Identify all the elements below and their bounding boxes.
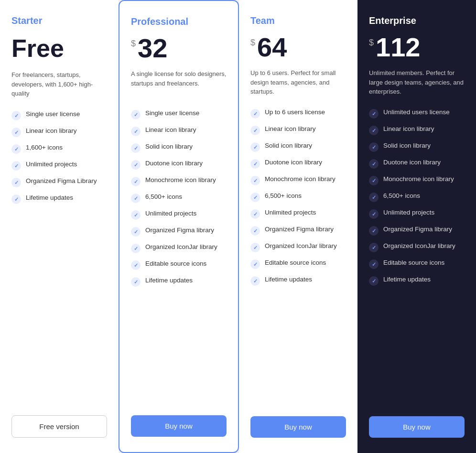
features-list-professional: Single user licenseLinear icon librarySo… xyxy=(131,109,227,400)
feature-label: Solid icon library xyxy=(145,143,193,150)
feature-label: Linear icon library xyxy=(145,126,196,133)
price-value-professional: 32 xyxy=(138,35,167,62)
feature-label: Organized IconJar library xyxy=(265,242,337,249)
list-item: Lifetime updates xyxy=(131,277,227,287)
description-enterprise: Unlimited members. Perfect for large des… xyxy=(369,68,465,97)
list-item: Monochrome icon library xyxy=(369,175,465,185)
pricing-container: Starter Free For freelancers, startups, … xyxy=(0,0,476,453)
feature-label: Linear icon library xyxy=(26,127,77,134)
list-item: Solid icon library xyxy=(131,143,227,153)
check-icon xyxy=(131,110,141,119)
check-icon xyxy=(369,176,379,185)
price-symbol-team: $ xyxy=(250,38,255,48)
check-icon xyxy=(250,243,260,252)
list-item: Solid icon library xyxy=(250,142,346,152)
check-icon xyxy=(250,176,260,185)
check-icon xyxy=(131,277,141,287)
feature-label: Monochrome icon library xyxy=(265,175,335,183)
list-item: Unlimited projects xyxy=(131,210,227,220)
feature-label: Unlimited users license xyxy=(383,108,450,116)
cta-button-enterprise[interactable]: Buy now xyxy=(369,416,465,438)
list-item: Editable source icons xyxy=(131,260,227,270)
feature-label: 6,500+ icons xyxy=(145,193,182,200)
check-icon xyxy=(131,177,141,186)
plan-card-starter: Starter Free For freelancers, startups, … xyxy=(0,0,119,453)
feature-label: Monochrome icon library xyxy=(383,175,454,183)
check-icon xyxy=(250,193,260,202)
list-item: Single user license xyxy=(131,109,227,119)
check-icon xyxy=(131,127,141,136)
list-item: Duotone icon library xyxy=(369,159,465,169)
check-icon xyxy=(250,159,260,169)
list-item: Editable source icons xyxy=(250,259,346,269)
feature-label: Duotone icon library xyxy=(145,160,203,167)
cta-button-professional[interactable]: Buy now xyxy=(131,415,227,437)
list-item: 1,600+ icons xyxy=(11,144,107,154)
check-icon xyxy=(131,260,141,270)
feature-label: Linear icon library xyxy=(265,125,316,132)
check-icon xyxy=(250,126,260,135)
feature-label: Solid icon library xyxy=(383,142,431,149)
feature-label: Monochrome icon library xyxy=(145,176,216,183)
cta-button-team[interactable]: Buy now xyxy=(250,416,346,438)
plan-card-professional: Professional $ 32 A single license for s… xyxy=(119,0,239,453)
feature-label: Single user license xyxy=(145,109,199,117)
check-icon xyxy=(369,109,379,119)
list-item: Linear icon library xyxy=(250,125,346,135)
check-icon xyxy=(250,259,260,269)
check-icon xyxy=(11,178,21,187)
price-symbol-professional: $ xyxy=(131,39,136,49)
feature-label: Linear icon library xyxy=(383,125,434,132)
list-item: Linear icon library xyxy=(369,125,465,135)
check-icon xyxy=(369,243,379,252)
list-item: Duotone icon library xyxy=(250,159,346,169)
check-icon xyxy=(131,227,141,237)
feature-label: Lifetime updates xyxy=(265,276,312,283)
plan-name-enterprise: Enterprise xyxy=(369,15,465,26)
check-icon xyxy=(11,194,21,204)
feature-label: Organized Figma Library xyxy=(26,177,97,184)
list-item: Unlimited projects xyxy=(369,209,465,219)
feature-label: Lifetime updates xyxy=(26,194,73,201)
check-icon xyxy=(131,194,141,203)
list-item: Unlimited projects xyxy=(11,161,107,171)
list-item: Lifetime updates xyxy=(250,276,346,286)
check-icon xyxy=(369,142,379,152)
check-icon xyxy=(131,160,141,170)
feature-label: Organized Figma library xyxy=(265,226,334,233)
price-symbol-enterprise: $ xyxy=(369,38,374,48)
plan-card-team: Team $ 64 Up to 6 users. Perfect for sma… xyxy=(239,0,357,453)
check-icon xyxy=(369,226,379,236)
feature-label: 6,500+ icons xyxy=(383,192,420,199)
list-item: Organized Figma Library xyxy=(11,177,107,187)
feature-label: Organized Figma library xyxy=(145,226,214,234)
check-icon xyxy=(11,111,21,120)
features-list-team: Up to 6 users licenseLinear icon library… xyxy=(250,108,346,401)
list-item: Organized IconJar library xyxy=(250,242,346,252)
feature-label: Organized IconJar library xyxy=(145,243,217,250)
list-item: Linear icon library xyxy=(131,126,227,136)
price-row-professional: $ 32 xyxy=(131,35,227,62)
list-item: Lifetime updates xyxy=(369,276,465,286)
description-professional: A single license for solo designers, sta… xyxy=(131,69,227,98)
feature-label: Unlimited projects xyxy=(26,161,77,168)
list-item: Organized IconJar library xyxy=(131,243,227,253)
feature-label: Organized IconJar library xyxy=(383,242,455,249)
cta-button-starter[interactable]: Free version xyxy=(11,415,107,438)
feature-label: Editable source icons xyxy=(265,259,326,266)
description-team: Up to 6 users. Perfect for small design … xyxy=(250,68,346,97)
check-icon xyxy=(369,159,379,169)
price-row-enterprise: $ 112 xyxy=(369,34,465,61)
feature-label: Lifetime updates xyxy=(145,277,193,284)
list-item: 6,500+ icons xyxy=(369,192,465,202)
list-item: Organized IconJar library xyxy=(369,242,465,252)
check-icon xyxy=(250,276,260,286)
feature-label: Unlimited projects xyxy=(383,209,434,216)
feature-label: Editable source icons xyxy=(383,259,444,266)
list-item: Monochrome icon library xyxy=(250,175,346,185)
feature-label: 1,600+ icons xyxy=(26,144,63,151)
feature-label: Single user license xyxy=(26,110,80,118)
check-icon xyxy=(369,259,379,269)
list-item: Organized Figma library xyxy=(250,226,346,236)
list-item: Lifetime updates xyxy=(11,194,107,204)
